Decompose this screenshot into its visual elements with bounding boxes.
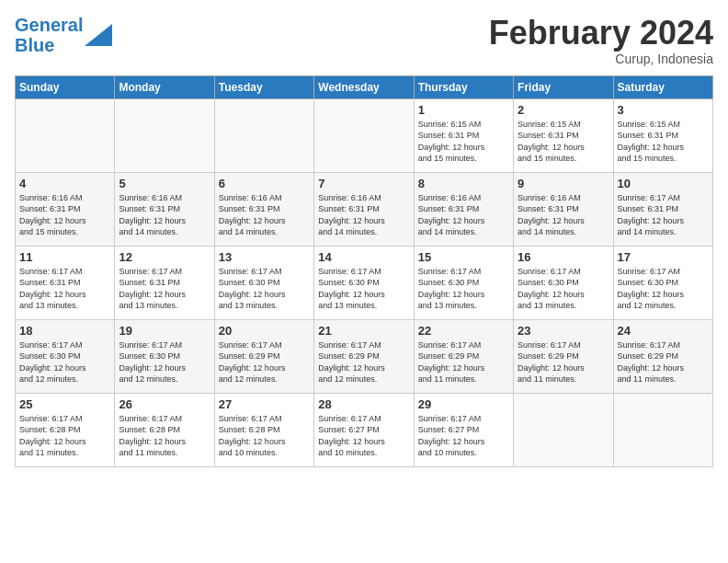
day-number: 16 (518, 250, 609, 264)
day-number: 19 (119, 324, 210, 338)
calendar-cell: 3Sunrise: 6:15 AM Sunset: 6:31 PM Daylig… (613, 98, 712, 172)
calendar-cell: 2Sunrise: 6:15 AM Sunset: 6:31 PM Daylig… (514, 98, 613, 172)
calendar-cell (514, 393, 613, 466)
day-number: 23 (518, 324, 609, 338)
calendar-cell: 14Sunrise: 6:17 AM Sunset: 6:30 PM Dayli… (314, 246, 414, 319)
day-number: 21 (318, 324, 409, 338)
day-number: 5 (119, 177, 210, 190)
cell-info: Sunrise: 6:17 AM Sunset: 6:29 PM Dayligh… (518, 339, 609, 385)
calendar-cell: 22Sunrise: 6:17 AM Sunset: 6:29 PM Dayli… (414, 319, 513, 393)
day-number: 11 (19, 250, 110, 264)
day-number: 22 (418, 324, 509, 338)
calendar-cell: 27Sunrise: 6:17 AM Sunset: 6:28 PM Dayli… (214, 393, 313, 466)
cell-info: Sunrise: 6:17 AM Sunset: 6:28 PM Dayligh… (119, 413, 210, 459)
day-number: 24 (618, 324, 709, 338)
cell-info: Sunrise: 6:17 AM Sunset: 6:29 PM Dayligh… (418, 339, 509, 385)
cell-info: Sunrise: 6:16 AM Sunset: 6:31 PM Dayligh… (318, 192, 409, 238)
calendar-table: Sunday Monday Tuesday Wednesday Thursday… (15, 75, 713, 467)
calendar-cell: 11Sunrise: 6:17 AM Sunset: 6:31 PM Dayli… (16, 246, 115, 319)
cell-info: Sunrise: 6:16 AM Sunset: 6:31 PM Dayligh… (119, 192, 210, 238)
day-number: 20 (219, 324, 310, 338)
logo-text: General Blue (15, 15, 83, 55)
calendar-cell: 16Sunrise: 6:17 AM Sunset: 6:30 PM Dayli… (514, 246, 613, 319)
cell-info: Sunrise: 6:16 AM Sunset: 6:31 PM Dayligh… (518, 192, 609, 238)
cell-info: Sunrise: 6:17 AM Sunset: 6:29 PM Dayligh… (618, 339, 709, 385)
cell-info: Sunrise: 6:17 AM Sunset: 6:30 PM Dayligh… (219, 266, 310, 312)
page-header: General Blue February 2024 Curup, Indone… (15, 15, 713, 66)
header-saturday: Saturday (613, 75, 712, 98)
cell-info: Sunrise: 6:17 AM Sunset: 6:28 PM Dayligh… (19, 413, 110, 459)
calendar-cell: 25Sunrise: 6:17 AM Sunset: 6:28 PM Dayli… (16, 393, 115, 466)
cell-info: Sunrise: 6:17 AM Sunset: 6:30 PM Dayligh… (318, 266, 409, 312)
header-friday: Friday (514, 75, 613, 98)
day-number: 8 (418, 177, 509, 190)
day-number: 2 (518, 103, 609, 117)
calendar-cell: 24Sunrise: 6:17 AM Sunset: 6:29 PM Dayli… (613, 319, 712, 393)
calendar-cell: 26Sunrise: 6:17 AM Sunset: 6:28 PM Dayli… (115, 393, 214, 466)
header-tuesday: Tuesday (214, 75, 313, 98)
day-number: 10 (618, 177, 709, 190)
week-row-3: 18Sunrise: 6:17 AM Sunset: 6:30 PM Dayli… (16, 319, 713, 393)
logo-line1: General (15, 15, 83, 35)
calendar-cell: 12Sunrise: 6:17 AM Sunset: 6:31 PM Dayli… (115, 246, 214, 319)
calendar-cell: 10Sunrise: 6:17 AM Sunset: 6:31 PM Dayli… (613, 172, 712, 246)
day-number: 18 (19, 324, 110, 338)
location-subtitle: Curup, Indonesia (489, 52, 713, 66)
day-number: 29 (418, 397, 509, 411)
calendar-cell: 28Sunrise: 6:17 AM Sunset: 6:27 PM Dayli… (314, 393, 414, 466)
day-number: 12 (119, 250, 210, 264)
title-area: February 2024 Curup, Indonesia (489, 15, 713, 66)
calendar-cell: 17Sunrise: 6:17 AM Sunset: 6:30 PM Dayli… (613, 246, 712, 319)
day-number: 3 (618, 103, 709, 117)
calendar-cell: 6Sunrise: 6:16 AM Sunset: 6:31 PM Daylig… (214, 172, 313, 246)
calendar-cell: 20Sunrise: 6:17 AM Sunset: 6:29 PM Dayli… (214, 319, 313, 393)
day-number: 17 (618, 250, 709, 264)
week-row-2: 11Sunrise: 6:17 AM Sunset: 6:31 PM Dayli… (16, 246, 713, 319)
calendar-cell: 29Sunrise: 6:17 AM Sunset: 6:27 PM Dayli… (414, 393, 513, 466)
day-number: 6 (219, 177, 310, 190)
cell-info: Sunrise: 6:17 AM Sunset: 6:30 PM Dayligh… (618, 266, 709, 312)
calendar-cell: 19Sunrise: 6:17 AM Sunset: 6:30 PM Dayli… (115, 319, 214, 393)
calendar-cell (314, 98, 414, 172)
cell-info: Sunrise: 6:17 AM Sunset: 6:30 PM Dayligh… (518, 266, 609, 312)
header-sunday: Sunday (16, 75, 115, 98)
cell-info: Sunrise: 6:17 AM Sunset: 6:31 PM Dayligh… (618, 192, 709, 238)
calendar-cell: 18Sunrise: 6:17 AM Sunset: 6:30 PM Dayli… (16, 319, 115, 393)
calendar-cell: 15Sunrise: 6:17 AM Sunset: 6:30 PM Dayli… (414, 246, 513, 319)
day-number: 9 (518, 177, 609, 190)
calendar-cell: 21Sunrise: 6:17 AM Sunset: 6:29 PM Dayli… (314, 319, 414, 393)
calendar-cell: 9Sunrise: 6:16 AM Sunset: 6:31 PM Daylig… (514, 172, 613, 246)
calendar-cell: 5Sunrise: 6:16 AM Sunset: 6:31 PM Daylig… (115, 172, 214, 246)
cell-info: Sunrise: 6:17 AM Sunset: 6:31 PM Dayligh… (119, 266, 210, 312)
week-row-1: 4Sunrise: 6:16 AM Sunset: 6:31 PM Daylig… (16, 172, 713, 246)
header-monday: Monday (115, 75, 214, 98)
day-number: 14 (318, 250, 409, 264)
cell-info: Sunrise: 6:17 AM Sunset: 6:28 PM Dayligh… (219, 413, 310, 459)
cell-info: Sunrise: 6:17 AM Sunset: 6:31 PM Dayligh… (19, 266, 110, 312)
cell-info: Sunrise: 6:15 AM Sunset: 6:31 PM Dayligh… (418, 119, 509, 165)
svg-marker-0 (85, 24, 112, 46)
day-number: 4 (19, 177, 110, 190)
week-row-0: 1Sunrise: 6:15 AM Sunset: 6:31 PM Daylig… (16, 98, 713, 172)
calendar-cell (115, 98, 214, 172)
calendar-cell (613, 393, 712, 466)
calendar-cell: 23Sunrise: 6:17 AM Sunset: 6:29 PM Dayli… (514, 319, 613, 393)
week-row-4: 25Sunrise: 6:17 AM Sunset: 6:28 PM Dayli… (16, 393, 713, 466)
cell-info: Sunrise: 6:17 AM Sunset: 6:27 PM Dayligh… (318, 413, 409, 459)
calendar-cell: 7Sunrise: 6:16 AM Sunset: 6:31 PM Daylig… (314, 172, 414, 246)
day-number: 25 (19, 397, 110, 411)
header-wednesday: Wednesday (314, 75, 414, 98)
day-number: 1 (418, 103, 509, 117)
logo-icon (85, 24, 112, 46)
cell-info: Sunrise: 6:15 AM Sunset: 6:31 PM Dayligh… (518, 119, 609, 165)
day-number: 15 (418, 250, 509, 264)
cell-info: Sunrise: 6:17 AM Sunset: 6:30 PM Dayligh… (119, 339, 210, 385)
calendar-cell: 4Sunrise: 6:16 AM Sunset: 6:31 PM Daylig… (16, 172, 115, 246)
day-number: 28 (318, 397, 409, 411)
calendar-cell: 1Sunrise: 6:15 AM Sunset: 6:31 PM Daylig… (414, 98, 513, 172)
cell-info: Sunrise: 6:17 AM Sunset: 6:29 PM Dayligh… (219, 339, 310, 385)
cell-info: Sunrise: 6:17 AM Sunset: 6:30 PM Dayligh… (19, 339, 110, 385)
cell-info: Sunrise: 6:16 AM Sunset: 6:31 PM Dayligh… (219, 192, 310, 238)
calendar-cell: 13Sunrise: 6:17 AM Sunset: 6:30 PM Dayli… (214, 246, 313, 319)
logo-line2: Blue (15, 35, 54, 55)
